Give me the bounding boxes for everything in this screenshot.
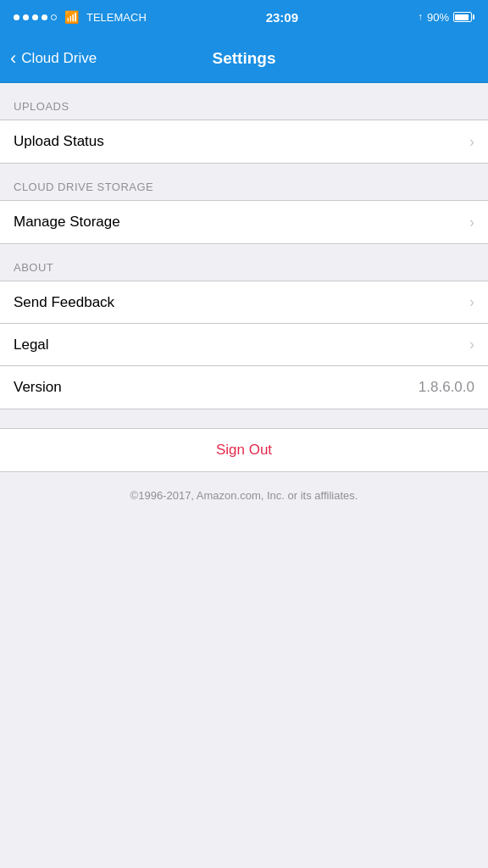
nav-bar: ‹ Cloud Drive Settings — [0, 34, 488, 83]
footer: ©1996-2017, Amazon.com, Inc. or its affi… — [0, 472, 488, 519]
send-feedback-right: › — [469, 293, 474, 311]
manage-storage-row[interactable]: Manage Storage › — [0, 201, 488, 243]
manage-storage-chevron-icon: › — [469, 214, 474, 231]
upload-status-label: Upload Status — [14, 133, 104, 150]
version-label: Version — [14, 379, 62, 396]
dot-2 — [23, 14, 29, 20]
about-section-body: Send Feedback › Legal › Version 1.8.6.0.… — [0, 281, 488, 409]
cloud-storage-section-body: Manage Storage › — [0, 200, 488, 244]
wifi-icon: 📶 — [64, 10, 79, 24]
upload-status-right: › — [469, 133, 474, 151]
footer-text: ©1996-2017, Amazon.com, Inc. or its affi… — [130, 489, 358, 502]
status-time: 23:09 — [266, 10, 298, 25]
battery-percent: 90% — [427, 11, 449, 24]
upload-status-chevron-icon: › — [469, 133, 474, 151]
legal-right: › — [469, 336, 474, 353]
status-left: 📶 TELEMACH — [14, 10, 147, 24]
back-button[interactable]: ‹ Cloud Drive — [10, 49, 97, 68]
status-bar: 📶 TELEMACH 23:09 ↑ 90% — [0, 0, 488, 34]
manage-storage-label: Manage Storage — [14, 214, 120, 231]
sign-out-section: Sign Out — [0, 428, 488, 472]
about-section: ABOUT Send Feedback › Legal › Version 1.… — [0, 244, 488, 409]
settings-content: UPLOADS Upload Status › CLOUD DRIVE STOR… — [0, 83, 488, 868]
upload-status-row[interactable]: Upload Status › — [0, 120, 488, 163]
status-right: ↑ 90% — [418, 11, 474, 24]
about-section-header: ABOUT — [0, 244, 488, 281]
nav-title: Settings — [213, 49, 276, 68]
legal-label: Legal — [14, 337, 49, 353]
version-row: Version 1.8.6.0.0 — [0, 366, 488, 409]
version-right: 1.8.6.0.0 — [419, 379, 474, 396]
uploads-section-header: UPLOADS — [0, 83, 488, 120]
send-feedback-label: Send Feedback — [14, 294, 114, 311]
dot-4 — [42, 14, 47, 20]
carrier-label: TELEMACH — [86, 11, 147, 24]
version-value: 1.8.6.0.0 — [419, 379, 474, 396]
sign-out-button[interactable]: Sign Out — [0, 429, 488, 471]
send-feedback-chevron-icon: › — [469, 293, 474, 311]
back-chevron-icon: ‹ — [10, 49, 16, 68]
uploads-section: UPLOADS Upload Status › — [0, 83, 488, 164]
uploads-section-body: Upload Status › — [0, 120, 488, 164]
cloud-storage-section-header: CLOUD DRIVE STORAGE — [0, 164, 488, 200]
legal-chevron-icon: › — [469, 336, 474, 353]
signal-dots — [14, 14, 57, 20]
battery-icon — [453, 12, 474, 22]
back-label: Cloud Drive — [21, 50, 97, 67]
dot-1 — [14, 14, 19, 20]
sign-out-label: Sign Out — [216, 442, 272, 459]
dot-3 — [32, 14, 38, 20]
manage-storage-right: › — [469, 214, 474, 231]
location-icon: ↑ — [418, 11, 423, 23]
legal-row[interactable]: Legal › — [0, 324, 488, 366]
dot-5 — [51, 14, 57, 20]
send-feedback-row[interactable]: Send Feedback › — [0, 281, 488, 324]
cloud-storage-section: CLOUD DRIVE STORAGE Manage Storage › — [0, 164, 488, 244]
